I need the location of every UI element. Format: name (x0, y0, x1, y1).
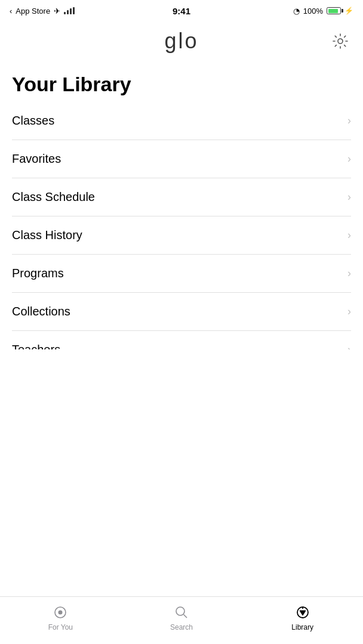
list-item-label: Teachers (12, 343, 60, 349)
battery-fill (328, 9, 338, 13)
list-item[interactable]: Class Schedule › (12, 178, 351, 216)
app-header: glo (0, 21, 363, 61)
settings-button[interactable] (330, 30, 351, 52)
spacer (0, 349, 363, 597)
svg-point-0 (338, 39, 343, 44)
search-icon (173, 604, 190, 621)
chevron-right-icon: › (347, 267, 351, 280)
battery-indicator (327, 7, 341, 14)
airplane-icon: ✈ (54, 7, 60, 16)
chevron-right-icon: › (347, 153, 351, 165)
svg-point-3 (176, 607, 184, 615)
status-right: ◔ 100% ⚡ (293, 7, 353, 16)
tab-for-you-label: For You (48, 623, 73, 631)
chevron-right-icon: › (347, 343, 351, 349)
list-item[interactable]: Class History › (12, 216, 351, 255)
back-arrow: ‹ (10, 7, 12, 16)
library-icon (294, 604, 311, 621)
chevron-right-icon: › (347, 305, 351, 318)
svg-line-4 (184, 614, 187, 618)
battery-icon (327, 7, 341, 14)
carrier-label: App Store (16, 7, 50, 16)
library-list: Classes › Favorites › Class Schedule › C… (0, 102, 363, 349)
list-item[interactable]: Teachers › (12, 331, 351, 349)
charging-icon: ⚡ (344, 7, 353, 15)
list-item[interactable]: Programs › (12, 255, 351, 293)
status-time: 9:41 (173, 6, 190, 16)
page-title: Your Library (0, 61, 363, 102)
list-item-label: Favorites (12, 152, 61, 166)
chevron-right-icon: › (347, 229, 351, 242)
tab-for-you[interactable]: For You (0, 604, 121, 631)
list-item[interactable]: Collections › (12, 293, 351, 331)
tab-bar: For You Search Library (0, 596, 363, 644)
status-left: ‹ App Store ✈ (10, 7, 75, 16)
tab-library[interactable]: Library (242, 604, 363, 631)
tab-search[interactable]: Search (121, 604, 242, 631)
list-item-label: Class History (12, 228, 82, 242)
chevron-right-icon: › (347, 191, 351, 203)
app-logo: glo (164, 29, 198, 54)
status-bar: ‹ App Store ✈ 9:41 ◔ 100% ⚡ (0, 0, 363, 21)
list-item[interactable]: Favorites › (12, 140, 351, 178)
list-item-label: Class Schedule (12, 190, 95, 204)
list-item-label: Classes (12, 114, 54, 128)
tab-library-label: Library (291, 623, 313, 631)
rotation-lock-icon: ◔ (293, 7, 300, 16)
signal-bars (64, 7, 75, 14)
gear-icon (332, 33, 349, 49)
for-you-icon (52, 604, 69, 621)
tab-search-label: Search (170, 623, 193, 631)
list-item[interactable]: Classes › (12, 102, 351, 140)
svg-point-2 (59, 610, 63, 614)
list-item-label: Programs (12, 267, 64, 280)
svg-marker-6 (300, 611, 306, 615)
chevron-right-icon: › (347, 114, 351, 127)
battery-percent: 100% (303, 7, 323, 16)
list-item-label: Collections (12, 305, 70, 318)
